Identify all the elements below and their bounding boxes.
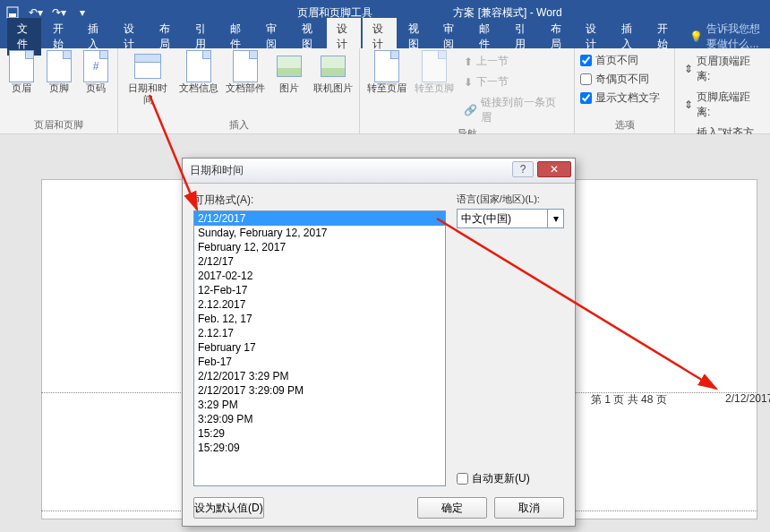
quick-parts-button[interactable]: 文档部件 [225, 52, 267, 94]
tell-me-text: 告诉我您想要做什么... [706, 21, 770, 52]
format-item[interactable]: 15:29 [194, 426, 445, 441]
lightbulb-icon: 💡 [689, 30, 703, 43]
date-time-button[interactable]: 日期和时间 [124, 52, 172, 106]
dist-icon: ⇕ [684, 63, 693, 75]
link-prev-button[interactable]: 🔗链接到前一条页眉 [460, 93, 569, 127]
dialog-title: 日期和时间 [190, 163, 244, 178]
page-number-button[interactable]: #页码 [80, 52, 112, 94]
dialog-titlebar[interactable]: 日期和时间 ? ✕ [183, 159, 575, 184]
format-item[interactable]: 15:29:09 [194, 441, 445, 455]
formats-listbox[interactable]: 2/12/2017Sunday, February 12, 2017Februa… [193, 210, 446, 486]
format-item[interactable]: 2.12.17 [194, 326, 445, 340]
format-item[interactable]: 2/12/2017 3:29 PM [194, 369, 445, 383]
date-time-dialog: 日期和时间 ? ✕ 可用格式(A): 2/12/2017Sunday, Febr… [182, 158, 576, 527]
svg-rect-1 [9, 13, 16, 17]
ribbon-tabs: 文件 开始插入设计布局引用邮件审阅视图设计设计视图审阅邮件引用布局设计插入开始 … [0, 25, 770, 48]
cancel-button[interactable]: 取消 [494, 497, 564, 519]
group-label: 页眉和页脚 [5, 118, 112, 133]
header-button[interactable]: 页眉 [5, 52, 38, 94]
diff-first-page-check[interactable]: 首页不同 [580, 52, 660, 69]
format-item[interactable]: February 12, 2017 [194, 240, 445, 254]
locale-value: 中文(中国) [461, 211, 511, 227]
format-item[interactable]: 2/12/2017 3:29:09 PM [194, 383, 445, 398]
down-icon: ⬇ [464, 76, 473, 89]
dialog-help-button[interactable]: ? [512, 161, 534, 177]
online-pictures-button[interactable]: 联机图片 [312, 52, 354, 94]
locale-label: 语言(国家/地区)(L): [457, 193, 564, 206]
format-item[interactable]: 3:29:09 PM [194, 412, 445, 426]
show-doc-text-check[interactable]: 显示文档文字 [580, 90, 660, 107]
prev-section-button[interactable]: ⬆上一节 [460, 52, 569, 71]
up-icon: ⬆ [464, 56, 473, 68]
dist-icon: ⇕ [684, 99, 693, 111]
link-icon: 🔗 [464, 104, 477, 116]
chevron-down-icon: ▾ [547, 210, 563, 227]
format-item[interactable]: 12-Feb-17 [194, 283, 445, 297]
goto-footer-button[interactable]: 转至页脚 [413, 52, 455, 94]
set-default-button[interactable]: 设为默认值(D) [193, 497, 264, 519]
format-item[interactable]: Sunday, February 12, 2017 [194, 226, 445, 240]
auto-update-check[interactable]: 自动更新(U) [457, 464, 564, 486]
tell-me[interactable]: 💡 告诉我您想要做什么... [682, 21, 770, 52]
format-item[interactable]: Feb-17 [194, 355, 445, 369]
format-item[interactable]: 3:29 PM [194, 398, 445, 412]
close-icon: ✕ [550, 163, 559, 176]
format-item[interactable]: Feb. 12, 17 [194, 312, 445, 326]
footer-date[interactable]: 2/12/2017 [725, 392, 770, 405]
diff-odd-even-check[interactable]: 奇偶页不同 [580, 71, 660, 88]
group-label: 插入 [124, 118, 354, 133]
next-section-button[interactable]: ⬇下一节 [460, 73, 569, 91]
format-item[interactable]: 2017-02-12 [194, 269, 445, 283]
format-item[interactable]: February 17 [194, 340, 445, 355]
group-label: 选项 [580, 118, 669, 133]
format-item[interactable]: 2/12/17 [194, 254, 445, 269]
locale-combo[interactable]: 中文(中国) ▾ [457, 209, 564, 228]
footer-bottom-distance[interactable]: ⇕页脚底端距离: [680, 88, 763, 122]
format-item[interactable]: 2/12/2017 [194, 211, 445, 226]
pictures-button[interactable]: 图片 [272, 52, 307, 94]
doc-info-button[interactable]: 文档信息 [177, 52, 219, 94]
footer-button[interactable]: 页脚 [43, 52, 75, 94]
goto-header-button[interactable]: 转至页眉 [365, 52, 407, 94]
ok-button[interactable]: 确定 [417, 497, 487, 519]
format-item[interactable]: 2.12.2017 [194, 297, 445, 312]
formats-label: 可用格式(A): [193, 193, 446, 208]
ribbon: 页眉 页脚 #页码 页眉和页脚 日期和时间 文档信息 文档部件 图片 联机图片 … [0, 48, 770, 134]
dialog-close-button[interactable]: ✕ [537, 161, 571, 177]
header-top-distance[interactable]: ⇕页眉顶端距离: [680, 52, 763, 86]
footer-page-number[interactable]: 第 1 页 共 48 页 [591, 392, 667, 408]
